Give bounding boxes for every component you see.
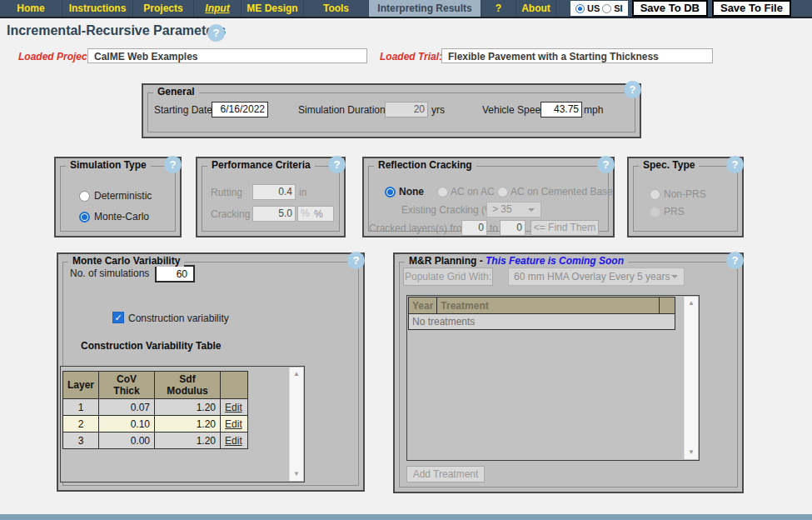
si-units-label: SI [614,3,622,13]
prs-label: PRS [664,206,685,218]
no-treatments-cell: No treatments [409,314,675,330]
table-row: 2 0.10 1.20 Edit [63,416,248,432]
simulation-duration-label: Simulation Duration [298,104,386,116]
refl-ac-on-cemented-radio [497,187,508,198]
monte-carlo-radio[interactable] [79,212,90,222]
scroll-down-icon[interactable]: ▼ [685,447,698,458]
monte-carlo-help-icon[interactable]: ? [347,252,365,269]
existing-cracking-dropdown: > 35 [486,202,541,218]
no-of-simulations-label: No. of simulations [70,268,149,279]
nav-tab-about[interactable]: About [516,0,556,17]
cracked-to-input: 0 [500,220,526,236]
refl-none-radio[interactable] [385,187,396,198]
mr-header-row: Year Treatment [409,298,675,314]
general-help-icon[interactable]: ? [624,81,641,98]
deterministic-radio[interactable] [79,191,90,202]
cracking-input: 5.0 [252,206,296,222]
cracking-label: Cracking [211,208,250,220]
cv-cell-sdf-modulus: 1.20 [155,399,221,416]
cv-cell-cov-thick: 0.10 [99,416,155,432]
mr-planning-help-icon[interactable]: ? [726,252,744,269]
simulation-type-legend: Simulation Type [66,159,151,171]
spec-type-legend: Spec. Type [639,159,699,171]
loaded-trial-label: Loaded Trial: [380,51,442,62]
cv-cell-sdf-modulus: 1.20 [155,432,221,449]
scroll-down-icon[interactable]: ▼ [290,468,303,480]
starting-date-input[interactable]: 6/16/2022 [212,102,268,118]
nav-tab-tools[interactable]: Tools [304,0,369,17]
mr-planning-legend-text: M&R Planning - [409,255,486,267]
monte-carlo-variability-group: Monte Carlo Variability ? No. of simulat… [57,252,365,492]
construction-variability-table-title: Construction Variability Table [81,340,221,352]
chevron-down-icon [528,208,535,212]
bottom-status-bar [0,514,812,520]
mr-empty-row: No treatments [409,314,675,330]
nav-tab-me-design[interactable]: ME Design [242,0,304,17]
cv-cell-layer: 1 [63,399,99,416]
loaded-project-label: Loaded Project: [18,51,94,62]
rutting-unit-label: in [299,187,306,198]
cv-cell-cov-thick: 0.00 [99,432,155,449]
performance-criteria-help-icon[interactable]: ? [328,156,346,173]
deterministic-label: Deterministic [94,190,152,202]
mr-header-treatment: Treatment [437,298,660,314]
edit-link[interactable]: Edit [225,402,242,413]
nav-tab-home[interactable]: Home [0,0,62,17]
nav-tab-instructions[interactable]: Instructions [62,0,133,17]
populate-grid-value: 60 mm HMA Overlay Every 5 years [514,271,670,282]
coming-soon-label: This Feature is Coming Soon [486,255,624,267]
save-to-db-button[interactable]: Save To DB [632,0,708,17]
mr-table-scrollbar[interactable]: ▲ ▼ [684,297,698,459]
rutting-input: 0.4 [252,184,296,200]
table-row: 1 0.07 1.20 Edit [63,399,248,416]
cv-header-row: Layer CoV Thick Sdf Modulus [63,372,248,399]
nav-tab-projects[interactable]: Projects [133,0,194,17]
cracking-unit-label: % [314,208,323,220]
us-units-radio[interactable] [575,4,585,13]
simulation-type-help-icon[interactable]: ? [164,156,182,173]
performance-criteria-group: Performance Criteria ? Rutting 0.4 in Cr… [196,157,346,238]
page-title-help-icon[interactable]: ? [207,24,225,42]
scroll-up-icon[interactable]: ▲ [290,368,303,380]
speed-unit-label: mph [584,104,603,116]
edit-link[interactable]: Edit [225,418,242,430]
save-to-file-button[interactable]: Save To File [712,0,791,17]
refl-ac-on-ac-radio [437,187,448,198]
loaded-trial-field[interactable]: Flexible Pavement with a Starting Thickn… [441,48,713,63]
performance-criteria-legend: Performance Criteria [207,159,315,171]
vehicle-speed-input[interactable]: 43.75 [541,102,582,118]
loaded-project-field[interactable]: CalME Web Examples [87,48,367,63]
scroll-up-icon[interactable]: ▲ [685,298,698,309]
reflection-cracking-help-icon[interactable]: ? [597,156,615,173]
monte-carlo-legend: Monte Carlo Variability [68,255,184,267]
construction-variability-panel: Layer CoV Thick Sdf Modulus 1 0.07 1.20 … [60,366,305,482]
general-group: General ? Starting Date 6/16/2022 Simula… [142,83,641,138]
construction-variability-checkbox[interactable]: ✓ [112,312,124,323]
table-row: 3 0.00 1.20 Edit [63,432,248,449]
duration-unit-label: yrs [431,104,445,116]
cv-cell-layer: 2 [63,416,99,432]
monte-carlo-label: Monte-Carlo [94,211,149,222]
construction-variability-table: Layer CoV Thick Sdf Modulus 1 0.07 1.20 … [62,371,248,449]
top-nav-bar: Home Instructions Projects Input ME Desi… [0,0,812,18]
prs-radio [650,207,660,218]
rutting-label: Rutting [211,187,242,198]
nav-tab-interpreting-results[interactable]: Interpreting Results [369,0,481,17]
spec-type-group: Spec. Type ? Non-PRS PRS [627,157,744,238]
general-legend: General [153,86,199,98]
spec-type-help-icon[interactable]: ? [726,156,744,173]
simulation-type-group: Simulation Type ? Deterministic Monte-Ca… [54,157,182,238]
cracked-from-input: 0 [461,220,487,236]
si-units-radio[interactable] [602,4,611,13]
refl-ac-on-cemented-label: AC on Cemented Base [511,186,613,198]
refl-ac-on-ac-label: AC on AC [451,186,495,198]
vehicle-speed-label: Vehicle Speed [482,104,546,116]
non-prs-label: Non-PRS [664,188,706,200]
edit-link[interactable]: Edit [225,435,242,447]
populate-grid-dropdown: 60 mm HMA Overlay Every 5 years [508,268,685,286]
cv-table-scrollbar[interactable]: ▲ ▼ [289,368,303,481]
reflection-cracking-group: Reflection Cracking ? None AC on AC AC o… [362,157,615,238]
nav-tab-help[interactable]: ? [481,0,516,17]
nav-tab-input[interactable]: Input [194,0,242,17]
no-of-simulations-input[interactable]: 60 [155,265,195,282]
